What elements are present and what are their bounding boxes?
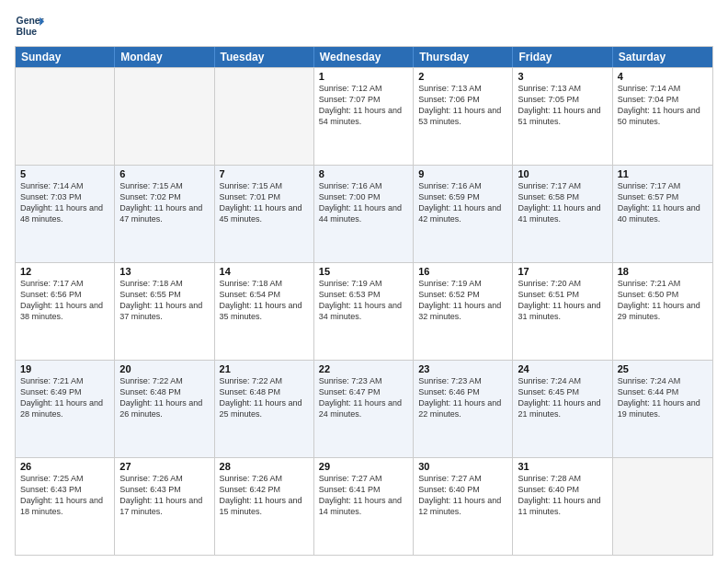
cell-info: Sunrise: 7:25 AMSunset: 6:43 PMDaylight:… xyxy=(20,473,109,518)
calendar-cell: 1Sunrise: 7:12 AMSunset: 7:07 PMDaylight… xyxy=(314,68,414,165)
cell-day-number: 3 xyxy=(518,71,607,82)
cell-info: Sunrise: 7:26 AMSunset: 6:42 PMDaylight:… xyxy=(220,473,309,518)
cell-day-number: 2 xyxy=(418,71,507,82)
calendar-cell: 13Sunrise: 7:18 AMSunset: 6:55 PMDayligh… xyxy=(115,263,214,360)
cell-info: Sunrise: 7:18 AMSunset: 6:55 PMDaylight:… xyxy=(119,278,209,323)
cell-info: Sunrise: 7:18 AMSunset: 6:54 PMDaylight:… xyxy=(220,278,309,323)
calendar-cell: 17Sunrise: 7:20 AMSunset: 6:51 PMDayligh… xyxy=(513,263,612,360)
calendar-body: 1Sunrise: 7:12 AMSunset: 7:07 PMDaylight… xyxy=(16,67,712,555)
calendar-cell: 26Sunrise: 7:25 AMSunset: 6:43 PMDayligh… xyxy=(16,458,115,555)
calendar-cell: 25Sunrise: 7:24 AMSunset: 6:44 PMDayligh… xyxy=(613,361,712,457)
cell-day-number: 15 xyxy=(319,266,408,277)
calendar-cell: 14Sunrise: 7:18 AMSunset: 6:54 PMDayligh… xyxy=(215,263,314,360)
cell-info: Sunrise: 7:23 AMSunset: 6:47 PMDaylight:… xyxy=(319,375,408,420)
calendar-cell: 10Sunrise: 7:17 AMSunset: 6:58 PMDayligh… xyxy=(513,166,612,262)
calendar-cell: 18Sunrise: 7:21 AMSunset: 6:50 PMDayligh… xyxy=(613,263,712,360)
logo: General Blue xyxy=(15,11,50,40)
calendar-cell: 4Sunrise: 7:14 AMSunset: 7:04 PMDaylight… xyxy=(613,68,712,165)
calendar-day-header: Tuesday xyxy=(215,47,314,67)
cell-day-number: 29 xyxy=(319,461,408,472)
cell-day-number: 4 xyxy=(618,71,708,82)
cell-info: Sunrise: 7:23 AMSunset: 6:46 PMDaylight:… xyxy=(418,375,507,420)
cell-info: Sunrise: 7:22 AMSunset: 6:48 PMDaylight:… xyxy=(220,375,309,420)
calendar-cell: 11Sunrise: 7:17 AMSunset: 6:57 PMDayligh… xyxy=(613,166,712,262)
calendar-week-row: 1Sunrise: 7:12 AMSunset: 7:07 PMDaylight… xyxy=(16,67,712,165)
cell-day-number: 26 xyxy=(20,461,109,472)
cell-info: Sunrise: 7:27 AMSunset: 6:41 PMDaylight:… xyxy=(319,473,408,518)
cell-day-number: 5 xyxy=(20,168,109,179)
calendar-cell: 23Sunrise: 7:23 AMSunset: 6:46 PMDayligh… xyxy=(414,361,513,457)
calendar-cell xyxy=(215,68,314,165)
calendar-cell: 31Sunrise: 7:28 AMSunset: 6:40 PMDayligh… xyxy=(513,458,612,555)
calendar-week-row: 5Sunrise: 7:14 AMSunset: 7:03 PMDaylight… xyxy=(16,165,712,262)
calendar-cell xyxy=(613,458,712,555)
cell-info: Sunrise: 7:28 AMSunset: 6:40 PMDaylight:… xyxy=(518,473,607,518)
calendar-cell xyxy=(16,68,115,165)
cell-day-number: 13 xyxy=(119,266,209,277)
cell-day-number: 16 xyxy=(418,266,507,277)
calendar-day-header: Friday xyxy=(513,47,612,67)
calendar-cell: 19Sunrise: 7:21 AMSunset: 6:49 PMDayligh… xyxy=(16,361,115,457)
calendar-cell: 7Sunrise: 7:15 AMSunset: 7:01 PMDaylight… xyxy=(215,166,314,262)
cell-info: Sunrise: 7:20 AMSunset: 6:51 PMDaylight:… xyxy=(518,278,607,323)
cell-day-number: 30 xyxy=(418,461,507,472)
cell-info: Sunrise: 7:19 AMSunset: 6:53 PMDaylight:… xyxy=(319,278,408,323)
calendar-cell: 6Sunrise: 7:15 AMSunset: 7:02 PMDaylight… xyxy=(115,166,214,262)
calendar: SundayMondayTuesdayWednesdayThursdayFrid… xyxy=(15,46,713,556)
cell-info: Sunrise: 7:16 AMSunset: 6:59 PMDaylight:… xyxy=(418,180,507,225)
cell-info: Sunrise: 7:24 AMSunset: 6:44 PMDaylight:… xyxy=(618,375,708,420)
cell-info: Sunrise: 7:17 AMSunset: 6:57 PMDaylight:… xyxy=(618,180,708,225)
cell-info: Sunrise: 7:27 AMSunset: 6:40 PMDaylight:… xyxy=(418,473,507,518)
cell-info: Sunrise: 7:21 AMSunset: 6:50 PMDaylight:… xyxy=(618,278,708,323)
cell-day-number: 12 xyxy=(20,266,109,277)
cell-day-number: 8 xyxy=(319,168,408,179)
cell-day-number: 31 xyxy=(518,461,607,472)
cell-day-number: 9 xyxy=(418,168,507,179)
cell-info: Sunrise: 7:22 AMSunset: 6:48 PMDaylight:… xyxy=(119,375,209,420)
cell-day-number: 1 xyxy=(319,71,408,82)
calendar-week-row: 19Sunrise: 7:21 AMSunset: 6:49 PMDayligh… xyxy=(16,360,712,457)
cell-info: Sunrise: 7:13 AMSunset: 7:05 PMDaylight:… xyxy=(518,83,607,128)
cell-day-number: 11 xyxy=(618,168,708,179)
calendar-day-header: Monday xyxy=(115,47,214,67)
cell-day-number: 20 xyxy=(119,363,209,374)
cell-info: Sunrise: 7:19 AMSunset: 6:52 PMDaylight:… xyxy=(418,278,507,323)
cell-day-number: 21 xyxy=(220,363,309,374)
cell-info: Sunrise: 7:15 AMSunset: 7:02 PMDaylight:… xyxy=(119,180,209,225)
cell-day-number: 24 xyxy=(518,363,607,374)
calendar-day-header: Sunday xyxy=(16,47,115,67)
cell-info: Sunrise: 7:17 AMSunset: 6:58 PMDaylight:… xyxy=(518,180,607,225)
cell-info: Sunrise: 7:26 AMSunset: 6:43 PMDaylight:… xyxy=(119,473,209,518)
cell-day-number: 19 xyxy=(20,363,109,374)
cell-info: Sunrise: 7:12 AMSunset: 7:07 PMDaylight:… xyxy=(319,83,408,128)
calendar-day-header: Wednesday xyxy=(314,47,414,67)
calendar-cell: 29Sunrise: 7:27 AMSunset: 6:41 PMDayligh… xyxy=(314,458,414,555)
calendar-cell: 16Sunrise: 7:19 AMSunset: 6:52 PMDayligh… xyxy=(414,263,513,360)
calendar-header: SundayMondayTuesdayWednesdayThursdayFrid… xyxy=(16,47,712,67)
cell-day-number: 17 xyxy=(518,266,607,277)
calendar-cell: 15Sunrise: 7:19 AMSunset: 6:53 PMDayligh… xyxy=(314,263,414,360)
calendar-cell: 22Sunrise: 7:23 AMSunset: 6:47 PMDayligh… xyxy=(314,361,414,457)
cell-day-number: 6 xyxy=(119,168,209,179)
calendar-cell: 9Sunrise: 7:16 AMSunset: 6:59 PMDaylight… xyxy=(414,166,513,262)
header: General Blue xyxy=(15,11,713,40)
calendar-day-header: Saturday xyxy=(613,47,712,67)
calendar-cell: 27Sunrise: 7:26 AMSunset: 6:43 PMDayligh… xyxy=(115,458,214,555)
calendar-cell: 30Sunrise: 7:27 AMSunset: 6:40 PMDayligh… xyxy=(414,458,513,555)
calendar-day-header: Thursday xyxy=(414,47,513,67)
cell-day-number: 7 xyxy=(220,168,309,179)
logo-icon: General Blue xyxy=(15,11,44,40)
cell-info: Sunrise: 7:24 AMSunset: 6:45 PMDaylight:… xyxy=(518,375,607,420)
calendar-cell: 24Sunrise: 7:24 AMSunset: 6:45 PMDayligh… xyxy=(513,361,612,457)
calendar-cell: 20Sunrise: 7:22 AMSunset: 6:48 PMDayligh… xyxy=(115,361,214,457)
cell-info: Sunrise: 7:17 AMSunset: 6:56 PMDaylight:… xyxy=(20,278,109,323)
cell-day-number: 25 xyxy=(618,363,708,374)
cell-day-number: 22 xyxy=(319,363,408,374)
cell-day-number: 10 xyxy=(518,168,607,179)
calendar-cell: 8Sunrise: 7:16 AMSunset: 7:00 PMDaylight… xyxy=(314,166,414,262)
calendar-week-row: 12Sunrise: 7:17 AMSunset: 6:56 PMDayligh… xyxy=(16,262,712,360)
calendar-cell: 12Sunrise: 7:17 AMSunset: 6:56 PMDayligh… xyxy=(16,263,115,360)
cell-day-number: 18 xyxy=(618,266,708,277)
cell-day-number: 14 xyxy=(220,266,309,277)
calendar-cell: 2Sunrise: 7:13 AMSunset: 7:06 PMDaylight… xyxy=(414,68,513,165)
